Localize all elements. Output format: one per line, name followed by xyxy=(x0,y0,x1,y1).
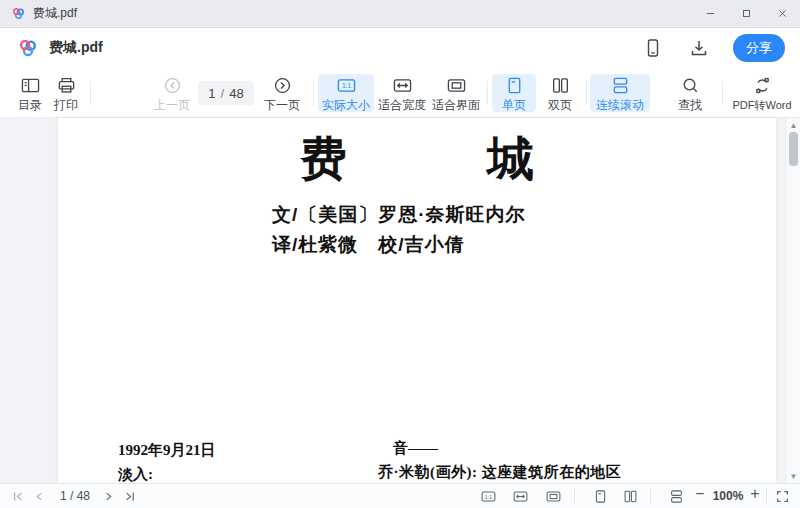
next-page-button[interactable] xyxy=(98,487,118,505)
fit-page-icon xyxy=(546,489,561,504)
first-page-icon xyxy=(11,489,26,504)
next-page-label: 下一页 xyxy=(264,99,300,111)
fit-width-button[interactable]: 适合宽度 xyxy=(374,74,430,112)
toc-label: 目录 xyxy=(18,99,42,111)
double-page-button[interactable]: 双页 xyxy=(538,74,582,112)
page-number-input[interactable]: 1 / 48 xyxy=(198,81,254,105)
chevron-left-circle-icon xyxy=(163,76,182,95)
app-logo-icon xyxy=(17,37,39,59)
scroll-up-arrow[interactable]: ▲ xyxy=(786,119,800,131)
document-credits: 译/杜紫微 校/吉小倩 xyxy=(272,232,465,258)
toolbar-divider xyxy=(487,81,488,105)
document-dialog: 乔·米勒(画外): 这座建筑所在的地区 xyxy=(378,463,621,482)
print-button[interactable]: 打印 xyxy=(44,74,88,112)
actual-size-icon xyxy=(481,489,496,504)
title-char: 费 xyxy=(300,128,347,191)
prev-page-button[interactable]: 上一页 xyxy=(146,74,198,112)
double-page-icon xyxy=(551,76,570,95)
first-page-button[interactable] xyxy=(8,487,28,505)
statusbar-divider xyxy=(574,489,575,504)
statusbar-page-total: 48 xyxy=(77,489,90,503)
minimize-button[interactable] xyxy=(692,0,728,27)
next-page-button[interactable]: 下一页 xyxy=(256,74,308,112)
download-icon[interactable] xyxy=(689,38,709,58)
print-label: 打印 xyxy=(54,99,78,111)
pdf-to-word-button[interactable]: PDF转Word xyxy=(726,74,798,112)
chevron-right-circle-icon xyxy=(273,76,292,95)
document-area: 费 城 文/〔美国〕罗恩·奈斯旺内尔 译/杜紫微 校/吉小倩 1992年9月21… xyxy=(0,118,800,483)
find-label: 查找 xyxy=(678,99,702,111)
fit-page-label: 适合界面 xyxy=(432,99,480,111)
fullscreen-icon xyxy=(775,489,790,504)
find-button[interactable]: 查找 xyxy=(666,74,714,112)
single-page-button[interactable]: 单页 xyxy=(492,74,536,112)
fit-width-icon xyxy=(513,489,528,504)
single-page-icon xyxy=(505,76,524,95)
single-page-label: 单页 xyxy=(502,99,526,111)
continuous-scroll-label: 连续滚动 xyxy=(596,99,644,111)
app-header: 费城.pdf 分享 xyxy=(0,28,800,68)
pdf-to-word-label: PDF转Word xyxy=(732,99,791,111)
toolbar-divider xyxy=(90,81,91,105)
window-title: 费城.pdf xyxy=(33,5,77,22)
double-page-button[interactable] xyxy=(620,487,640,505)
toolbar-divider xyxy=(313,81,314,105)
share-button[interactable]: 分享 xyxy=(733,34,785,62)
last-page-icon xyxy=(122,489,137,504)
close-icon xyxy=(777,8,788,19)
status-bar: 1 / 48 − 100% + xyxy=(0,483,800,508)
statusbar-page-divider: / xyxy=(70,489,73,503)
document-byline: 文/〔美国〕罗恩·奈斯旺内尔 xyxy=(272,202,526,228)
window-controls xyxy=(692,0,800,27)
continuous-scroll-icon xyxy=(611,76,630,95)
double-page-label: 双页 xyxy=(548,99,572,111)
mobile-view-icon[interactable] xyxy=(643,38,663,58)
document-sound-cue: 音—— xyxy=(393,439,438,458)
app-logo-icon xyxy=(11,6,26,21)
actual-size-label: 实际大小 xyxy=(322,99,370,111)
actual-size-button[interactable]: 实际大小 xyxy=(318,74,374,112)
prev-page-button[interactable] xyxy=(29,487,49,505)
zoom-in-button[interactable]: + xyxy=(747,485,763,503)
actual-size-icon xyxy=(337,76,356,95)
page-current: 1 xyxy=(208,86,215,101)
continuous-scroll-button[interactable] xyxy=(666,487,686,505)
fit-width-icon xyxy=(393,76,412,95)
chevron-right-icon xyxy=(101,489,116,504)
chevron-left-icon xyxy=(32,489,47,504)
toolbar: 目录 打印 上一页 1 / 48 下一页 实际大小 适合宽度 适合界面 单页 双… xyxy=(0,68,800,118)
fit-page-button[interactable] xyxy=(543,487,563,505)
scrollbar-thumb[interactable] xyxy=(789,132,798,166)
single-page-button[interactable] xyxy=(590,487,610,505)
maximize-icon xyxy=(741,8,752,19)
continuous-scroll-icon xyxy=(669,489,684,504)
double-page-icon xyxy=(623,489,638,504)
document-fade-in: 淡入: xyxy=(118,465,153,484)
document-date: 1992年9月21日 xyxy=(118,441,216,460)
page-divider: / xyxy=(221,86,225,101)
close-button[interactable] xyxy=(764,0,800,27)
statusbar-page-current: 1 xyxy=(60,489,67,503)
zoom-out-button[interactable]: − xyxy=(692,485,708,503)
fit-page-button[interactable]: 适合界面 xyxy=(428,74,484,112)
vertical-scrollbar[interactable]: ▲ ▼ xyxy=(785,118,800,483)
fullscreen-button[interactable] xyxy=(772,487,792,505)
toc-icon xyxy=(21,76,40,95)
fit-page-icon xyxy=(447,76,466,95)
window-titlebar: 费城.pdf xyxy=(0,0,800,28)
fit-width-button[interactable] xyxy=(510,487,530,505)
file-name: 费城.pdf xyxy=(49,39,103,57)
print-icon xyxy=(57,76,76,95)
statusbar-divider xyxy=(766,489,767,504)
search-icon xyxy=(681,76,700,95)
minimize-icon xyxy=(705,8,716,19)
actual-size-button[interactable] xyxy=(478,487,498,505)
maximize-button[interactable] xyxy=(728,0,764,27)
continuous-scroll-button[interactable]: 连续滚动 xyxy=(590,74,650,112)
page-total: 48 xyxy=(229,86,243,101)
scroll-down-arrow[interactable]: ▼ xyxy=(786,470,800,482)
last-page-button[interactable] xyxy=(119,487,139,505)
statusbar-page-indicator: 1 / 48 xyxy=(52,489,98,503)
single-page-icon xyxy=(593,489,608,504)
pdf-to-word-icon xyxy=(753,76,772,95)
